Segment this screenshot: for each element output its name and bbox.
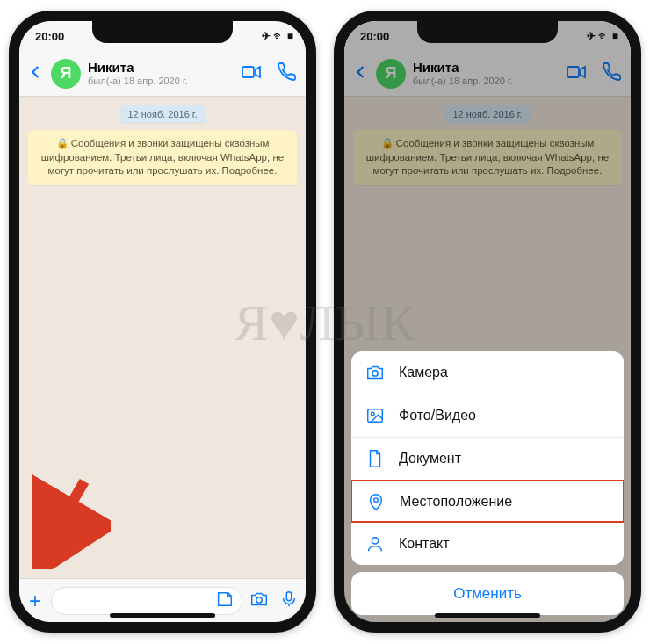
svg-line-5	[42, 481, 84, 554]
camera-icon[interactable]	[249, 590, 269, 612]
svg-point-2	[256, 597, 262, 602]
sheet-label: Фото/Видео	[399, 408, 476, 423]
contact-block[interactable]: Никита был(-а) 18 апр. 2020 г.	[88, 61, 234, 86]
home-indicator[interactable]	[110, 613, 215, 618]
svg-point-11	[374, 497, 379, 502]
phone-left: 20:00 ✈︎ ᯤ ■ Я Никита был(-а) 18 апр. 20…	[9, 11, 316, 633]
svg-point-10	[371, 412, 374, 416]
status-time: 20:00	[35, 30, 64, 43]
last-seen: был(-а) 18 апр. 2020 г.	[88, 76, 234, 86]
sheet-item-photo-video[interactable]: Фото/Видео	[351, 394, 624, 438]
location-icon	[366, 492, 386, 511]
home-indicator[interactable]	[435, 613, 540, 618]
notch	[417, 20, 558, 43]
voice-call-icon[interactable]	[276, 62, 297, 86]
encryption-banner[interactable]: 🔒 Сообщения и звонки защищены сквозным ш…	[28, 130, 297, 185]
phone-right: 20:00 ✈︎ ᯤ ■ Я Никита был(-а) 18 апр. 20…	[334, 11, 641, 633]
sheet-label: Местоположение	[400, 494, 512, 510]
date-badge: 12 нояб. 2016 г.	[119, 105, 206, 123]
sheet-label: Документ	[399, 451, 461, 467]
contact-name: Никита	[88, 61, 234, 76]
svg-marker-1	[256, 67, 260, 77]
svg-point-8	[372, 371, 378, 376]
message-input[interactable]	[51, 587, 242, 615]
attach-button[interactable]: +	[26, 589, 44, 613]
sheet-item-contact[interactable]: Контакт	[351, 522, 624, 565]
contact-icon	[365, 534, 385, 554]
svg-rect-3	[286, 591, 292, 600]
notch	[92, 20, 233, 43]
document-icon	[365, 449, 385, 468]
back-icon[interactable]	[28, 62, 44, 85]
avatar[interactable]: Я	[51, 59, 81, 89]
camera-icon	[365, 363, 385, 382]
video-call-icon[interactable]	[241, 62, 262, 86]
sticker-icon[interactable]	[215, 590, 235, 612]
svg-point-12	[372, 537, 378, 543]
sheet-item-camera[interactable]: Камера	[351, 351, 624, 394]
mic-icon[interactable]	[279, 590, 299, 612]
sheet-label: Камера	[399, 365, 448, 380]
chat-header: Я Никита был(-а) 18 апр. 2020 г.	[19, 51, 306, 97]
sheet-cancel-button[interactable]: Отменить	[351, 572, 624, 615]
sheet-item-location[interactable]: Местоположение	[351, 480, 624, 523]
status-icons: ✈︎ ᯤ ■	[262, 30, 293, 42]
sheet-label: Контакт	[399, 536, 450, 552]
sheet-item-document[interactable]: Документ	[351, 438, 624, 481]
image-icon	[365, 406, 385, 425]
svg-rect-0	[242, 67, 254, 77]
attachment-sheet: Камера Фото/Видео Документ Местоположени…	[351, 351, 624, 615]
annotation-arrow	[32, 473, 111, 569]
svg-rect-9	[368, 409, 383, 423]
